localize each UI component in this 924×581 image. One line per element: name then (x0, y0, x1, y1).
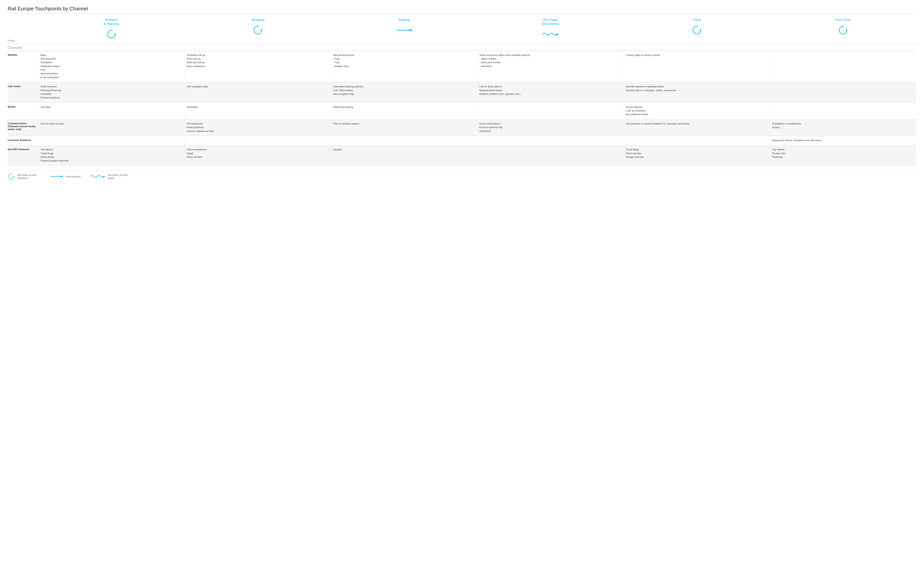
cell-0-0: Maps Test itineraries Timetables Destina… (38, 51, 185, 83)
cell-5-5: Trip Advisor Review sites Facebook (770, 145, 917, 166)
legend-item-2: Non-linear, but time based (90, 174, 131, 180)
stage-icon-pretravel (479, 28, 622, 41)
cell-1-5 (770, 82, 917, 103)
stage-cell-booking: Booking (331, 17, 477, 44)
stage-name-research: Research & Planning (40, 18, 183, 26)
cell-3-4: Ask questions or resolve problems re: sc… (624, 119, 770, 136)
legend: Non-linear, no time restrictions Linear … (8, 170, 916, 180)
svg-marker-3 (410, 29, 413, 31)
row-label-3: Communication Channels (social media, em… (8, 119, 38, 136)
cell-5-2: Expedia (331, 145, 477, 166)
legend-text-2: Non-linear, but time based (108, 174, 131, 180)
cell-3-2: Chat for booking support (331, 119, 477, 136)
row-label-4: Customer Relations (8, 136, 38, 145)
stage-name-travel: Travel (625, 18, 769, 22)
svg-marker-4 (556, 33, 559, 35)
legend-text-0: Non-linear, no time restrictions (17, 174, 40, 180)
stage-name-shopping: Shopping (186, 18, 330, 22)
legend-item-0: Non-linear, no time restrictions (8, 173, 40, 180)
stage-cell-pretravel: Pre-Travel (Documents) (477, 17, 624, 44)
cell-0-3: Select document option (from available o… (477, 51, 624, 83)
cell-5-1: Airline comparison Kayak Direct rail sit… (185, 145, 331, 166)
svg-point-7 (8, 174, 14, 179)
cell-2-0: Trip ideas (38, 103, 185, 119)
cell-2-4: Access itinerary Look up schedules Buy a… (624, 103, 770, 119)
legend-icon-wave-2 (90, 174, 106, 180)
cell-1-1: Site navigation help (185, 82, 331, 103)
cell-1-4: Call with questions regarding tickets Ge… (624, 82, 770, 103)
legend-text-1: Linear process (66, 175, 81, 178)
cell-1-0: Order brochure Planning (Products) Sched… (38, 82, 185, 103)
stage-name-posttravel: Post-Travel (772, 18, 915, 22)
stage-icon-research (40, 28, 183, 41)
stage-cell-travel: Travel (624, 17, 770, 44)
cell-3-0: Chat for web nav help (38, 119, 185, 136)
stage-name-pretravel: Pre-Travel (Documents) (479, 18, 622, 26)
cell-5-3 (477, 145, 624, 166)
svg-marker-10 (103, 175, 105, 177)
cell-1-2: Automated booking payment Cust. Rep book… (331, 82, 477, 103)
row-label-2: Mobile (8, 103, 38, 119)
legend-icon-circle-0 (8, 173, 15, 180)
cell-3-3: Email confirmations Email for general he… (477, 119, 624, 136)
page-title: Rail Europe Touchpoints by Channel (8, 6, 916, 14)
cell-4-4 (624, 136, 770, 145)
legend-item-1: Linear process (50, 174, 81, 179)
cell-4-0 (38, 136, 185, 145)
svg-point-1 (254, 26, 262, 34)
cell-0-1: Schedule look-up Price look-up Multi-cit… (185, 51, 331, 83)
svg-point-6 (840, 26, 847, 34)
cell-2-1: Schedules (185, 103, 331, 119)
stage-icon-travel (625, 23, 769, 37)
svg-point-5 (693, 26, 701, 34)
cell-4-2 (331, 136, 477, 145)
row-label-1: Call Center (8, 82, 38, 103)
cell-4-1 (185, 136, 331, 145)
stage-icon-posttravel (772, 23, 915, 37)
stage-cell-research: Research & Planning (38, 17, 185, 44)
stage-name-booking: Booking (333, 18, 476, 22)
cell-3-5: Complaints or compliments Survey (770, 119, 917, 136)
svg-point-0 (107, 30, 115, 38)
stage-header: Stage Research & Planning Shopping Booki… (8, 17, 916, 44)
cell-0-5 (770, 51, 917, 83)
cell-2-2: Mobile trip booking (331, 103, 477, 119)
stage-icon-shopping (186, 23, 330, 37)
main-table: ChannelsWebsiteMaps Test itineraries Tim… (8, 44, 916, 166)
cell-4-3 (477, 136, 624, 145)
cell-2-5 (770, 103, 917, 119)
cell-5-0: Trip Advisor Travel blogs Social Media G… (38, 145, 185, 166)
cell-0-2: Web booking funnel - Pass - Trips - Mult… (331, 51, 477, 83)
cell-4-5: Request for refund, escelation from call… (770, 136, 917, 145)
stage-cell-posttravel: Post-Travel (770, 17, 917, 44)
cell-2-3 (477, 103, 624, 119)
row-label-0: Website (8, 51, 38, 83)
row-label-5: Non-REI Channels (8, 145, 38, 166)
cell-5-4: Travel Blogs Direct rail sites Google se… (624, 145, 770, 166)
stage-label: Stage (8, 39, 15, 42)
channels-label: Channels (8, 45, 916, 51)
cell-3-1: FB Comparator Email questions Chat for w… (185, 119, 331, 136)
stage-icon-booking (333, 23, 476, 37)
cell-0-4: Contact page for email or phone (624, 51, 770, 83)
stage-cell-shopping: Shopping (185, 17, 331, 44)
svg-marker-9 (61, 175, 63, 177)
legend-icon-arrow-1 (50, 174, 63, 179)
cell-1-3: Call re: ticket options Request ticket m… (477, 82, 624, 103)
